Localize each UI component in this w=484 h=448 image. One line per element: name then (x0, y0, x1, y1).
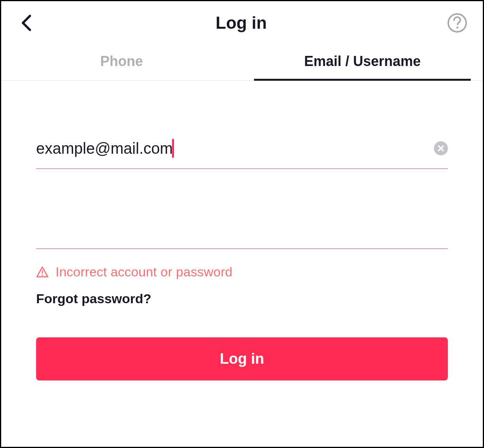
tab-phone[interactable]: Phone (1, 45, 242, 80)
login-tabs: Phone Email / Username (1, 45, 483, 81)
chevron-left-icon (21, 14, 31, 31)
help-icon (447, 13, 467, 33)
error-text: Incorrect account or password (56, 264, 232, 280)
svg-point-1 (456, 26, 458, 28)
clear-input-button[interactable] (434, 141, 448, 155)
help-button[interactable] (447, 13, 467, 33)
warning-icon (36, 266, 49, 278)
forgot-password-link[interactable]: Forgot password? (36, 291, 151, 306)
login-button[interactable]: Log in (36, 337, 448, 380)
error-message-row: Incorrect account or password (36, 264, 448, 280)
email-input-row[interactable]: example@mail.com (36, 139, 448, 169)
text-caret (172, 139, 174, 158)
password-field[interactable] (36, 212, 448, 229)
close-icon (437, 145, 444, 152)
page-title: Log in (35, 13, 447, 33)
svg-point-3 (42, 274, 43, 276)
password-input-row[interactable] (36, 212, 448, 249)
email-field[interactable]: example@mail.com (36, 139, 434, 158)
tab-email-username[interactable]: Email / Username (242, 45, 483, 80)
back-button[interactable] (17, 14, 35, 32)
email-value: example@mail.com (36, 140, 173, 157)
